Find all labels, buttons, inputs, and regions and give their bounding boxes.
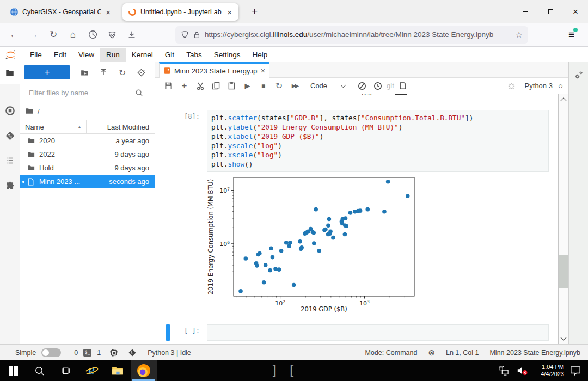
restart-run-all-button[interactable]: ▶▶ xyxy=(287,79,303,93)
svg-text:103: 103 xyxy=(359,299,370,307)
home-folder-icon xyxy=(25,107,34,115)
scatter-plot: 1021031061072019 GDP ($B)2019 Energy Con… xyxy=(207,175,420,316)
forward-button[interactable]: → xyxy=(25,27,42,43)
new-launcher-button[interactable]: + xyxy=(24,65,70,79)
add-cell-button[interactable]: + xyxy=(176,79,192,93)
git-diff-button[interactable] xyxy=(354,79,370,93)
scroll-up-icon[interactable] xyxy=(560,97,566,103)
restart-kernel-button[interactable]: ↻ xyxy=(271,79,287,93)
browser-tab-cybergisx[interactable]: CyberGISX - Geospatial Commu × xyxy=(4,3,117,21)
kernel-status-text[interactable]: Python 3 | Idle xyxy=(148,349,191,357)
taskbar-search-button[interactable] xyxy=(26,360,52,381)
firefox-button[interactable] xyxy=(131,360,157,381)
tab-close-icon[interactable]: × xyxy=(261,66,265,75)
menu-settings[interactable]: Settings xyxy=(208,48,247,62)
notebook-diff-button[interactable] xyxy=(395,79,411,93)
volume-button[interactable] xyxy=(515,364,529,378)
file-row-2020[interactable]: ● 2020 a year ago xyxy=(20,134,155,148)
internet-explorer-button[interactable]: e xyxy=(78,360,105,381)
bookmark-star-icon[interactable]: ☆ xyxy=(516,30,523,40)
home-button[interactable]: ⌂ xyxy=(64,27,82,43)
kernel-name[interactable]: Python 3 xyxy=(525,82,553,90)
url-bar[interactable]: https://cybergisx.cigi.illinois.edu/user… xyxy=(175,26,528,44)
file-name: 2022 xyxy=(39,150,86,158)
copy-cell-button[interactable] xyxy=(208,79,224,93)
debugger-button[interactable] xyxy=(504,79,519,93)
sidebar-tab-filebrowser[interactable] xyxy=(0,62,20,84)
sidebar-tab-extensions[interactable] xyxy=(0,173,20,198)
cell-type-dropdown[interactable]: Code xyxy=(310,82,345,90)
close-button[interactable]: × xyxy=(563,0,588,23)
notebook-tab[interactable]: Minn 2023 State Energy.ipny × xyxy=(159,62,270,78)
restore-button[interactable] xyxy=(538,0,563,23)
app-menu-button[interactable]: ≡ xyxy=(565,28,578,42)
refresh-button[interactable]: ↻ xyxy=(113,65,131,79)
sidebar-tab-running[interactable] xyxy=(0,98,20,123)
save-button[interactable] xyxy=(161,79,176,93)
taskbar-clock[interactable]: 1:04 PM 4/4/2023 xyxy=(534,364,564,378)
filter-files-input[interactable] xyxy=(29,89,135,97)
column-last-modified[interactable]: Last Modified xyxy=(91,123,149,131)
history-button[interactable] xyxy=(84,27,101,43)
pocket-button[interactable] xyxy=(103,27,121,43)
file-row-2022[interactable]: ● 2022 9 days ago xyxy=(20,148,155,161)
file-row-minn-2023-[interactable]: ● Minn 2023 ... seconds ago xyxy=(20,175,155,188)
network-button[interactable] xyxy=(497,364,511,378)
upload-button[interactable] xyxy=(95,65,113,79)
menu-file[interactable]: File xyxy=(24,48,48,62)
tab-close-icon[interactable]: × xyxy=(105,8,112,16)
property-inspector-tab[interactable] xyxy=(573,70,585,81)
menu-edit[interactable]: Edit xyxy=(48,48,72,62)
downloads-button[interactable] xyxy=(123,27,140,43)
scrollbar-thumb[interactable] xyxy=(559,255,568,288)
mode-indicator[interactable]: Mode: Command xyxy=(365,349,418,357)
notebook-scrollbar[interactable] xyxy=(558,94,568,344)
cell-editor[interactable] xyxy=(207,324,549,341)
cut-cell-button[interactable] xyxy=(192,79,208,93)
running-kernels-icon xyxy=(5,106,15,116)
terminals-count[interactable]: 0 xyxy=(74,349,78,357)
new-tab-button[interactable]: + xyxy=(247,5,262,17)
interrupt-kernel-button[interactable]: ■ xyxy=(255,79,271,93)
git-clone-icon xyxy=(137,68,146,77)
task-view-icon xyxy=(60,366,71,376)
menu-help[interactable]: Help xyxy=(246,48,273,62)
git-status-icon[interactable] xyxy=(128,348,137,357)
kernel-status-icon[interactable]: ○ xyxy=(558,81,563,90)
kernels-count[interactable]: 1 xyxy=(97,349,101,357)
reload-button[interactable]: ↻ xyxy=(45,27,62,43)
browser-tab-jupyterlab[interactable]: Untitled.ipynb - JupyterLab × xyxy=(122,3,238,21)
minimize-button[interactable] xyxy=(513,0,538,23)
column-name[interactable]: Name xyxy=(25,123,77,131)
paste-cell-button[interactable] xyxy=(224,79,240,93)
scroll-down-icon[interactable] xyxy=(560,334,566,340)
start-button[interactable] xyxy=(0,360,26,381)
file-explorer-button[interactable] xyxy=(105,360,131,381)
sidebar-tab-toc[interactable] xyxy=(0,148,20,173)
menu-run[interactable]: Run xyxy=(100,48,126,62)
cell-editor[interactable]: plt.scatter(states["GDP.B"], states["Con… xyxy=(207,110,549,172)
action-center-button[interactable] xyxy=(568,364,583,378)
run-cell-button[interactable]: ▶ xyxy=(240,79,255,93)
simple-mode-toggle[interactable] xyxy=(41,348,61,357)
shield-icon xyxy=(108,30,117,39)
git-history-button[interactable] xyxy=(370,79,385,93)
active-cell-indicator[interactable] xyxy=(166,324,170,341)
menu-tabs[interactable]: Tabs xyxy=(180,48,208,62)
file-row-hold[interactable]: ● Hold 9 days ago xyxy=(20,161,155,175)
sidebar-tab-git[interactable] xyxy=(0,123,20,148)
tab-close-icon[interactable]: × xyxy=(226,8,233,16)
new-folder-button[interactable] xyxy=(76,65,94,79)
task-view-button[interactable] xyxy=(52,360,78,381)
git-clone-button[interactable] xyxy=(132,65,150,79)
folder-icon xyxy=(27,137,35,145)
restart-icon: ↻ xyxy=(275,81,283,91)
clock-date: 4/4/2023 xyxy=(534,371,564,378)
menu-view[interactable]: View xyxy=(72,48,100,62)
cursor-position[interactable]: Ln 1, Col 1 xyxy=(446,349,479,357)
breadcrumb[interactable]: / xyxy=(20,100,155,120)
chevron-down-icon xyxy=(341,82,346,88)
menu-kernel[interactable]: Kernel xyxy=(126,48,159,62)
back-button[interactable]: ← xyxy=(5,27,23,43)
menu-git[interactable]: Git xyxy=(159,48,180,62)
